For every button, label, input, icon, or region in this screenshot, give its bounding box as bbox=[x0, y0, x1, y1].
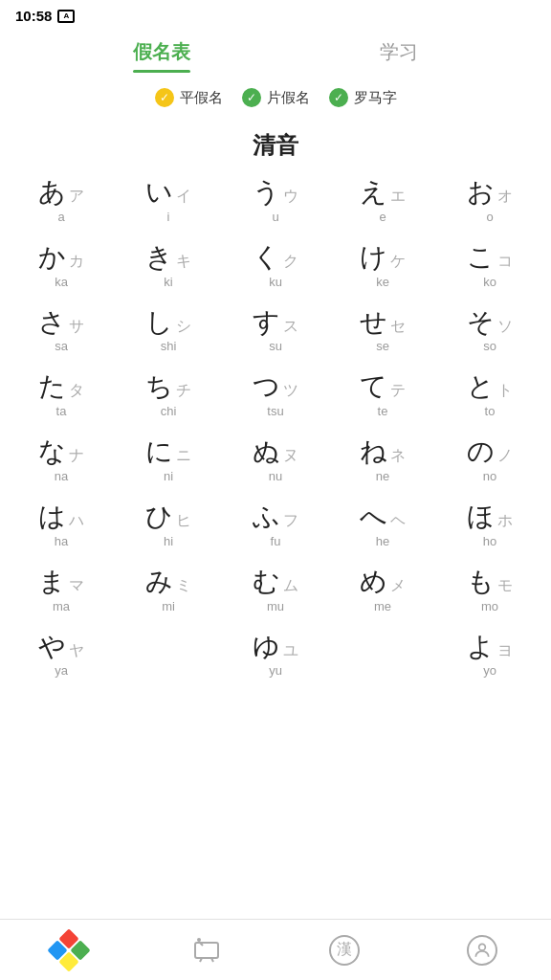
kana-hiragana: ぬ bbox=[253, 437, 280, 467]
check-hiragana-icon: ✓ bbox=[155, 88, 174, 107]
kana-cell[interactable]: お オ o bbox=[436, 168, 543, 234]
kana-cell[interactable]: の ノ no bbox=[436, 428, 543, 493]
kana-cell[interactable] bbox=[115, 623, 222, 688]
kana-cell[interactable]: に ニ ni bbox=[115, 428, 222, 493]
svg-rect-0 bbox=[195, 943, 218, 958]
kana-cell[interactable]: へ ヘ he bbox=[329, 493, 436, 558]
kana-katakana: コ bbox=[497, 254, 513, 269]
kana-cell[interactable]: ひ ヒ hi bbox=[115, 493, 222, 558]
kana-cell[interactable]: せ セ se bbox=[329, 299, 436, 364]
kana-cell[interactable]: は ハ ha bbox=[8, 493, 115, 558]
kana-romaji: yo bbox=[483, 663, 496, 678]
kana-romaji: e bbox=[379, 210, 386, 224]
kana-cell[interactable]: ほ ホ ho bbox=[436, 493, 543, 558]
kana-hiragana: の bbox=[467, 437, 495, 467]
filter-row: ✓ 平假名 ✓ 片假名 ✓ 罗马字 bbox=[0, 73, 551, 115]
kana-cell[interactable]: や ヤ ya bbox=[8, 623, 115, 688]
kana-romaji: ha bbox=[55, 534, 68, 548]
kana-cell[interactable]: よ ヨ yo bbox=[436, 623, 543, 688]
kana-cell[interactable]: ぬ ヌ nu bbox=[222, 428, 329, 493]
kana-main: そ ソ bbox=[467, 308, 513, 338]
kana-cell[interactable]: も モ mo bbox=[436, 558, 543, 623]
bottom-nav-home[interactable] bbox=[0, 935, 138, 966]
kana-main: む ム bbox=[253, 568, 298, 597]
kana-cell[interactable]: な ナ na bbox=[8, 428, 115, 493]
kana-romaji: ni bbox=[164, 469, 173, 483]
kana-cell[interactable]: ゆ ユ yu bbox=[222, 623, 329, 688]
kana-romaji: tsu bbox=[267, 404, 283, 418]
kana-cell[interactable]: さ サ sa bbox=[8, 299, 115, 364]
kana-hiragana: ち bbox=[145, 372, 173, 402]
kana-cell[interactable]: め メ me bbox=[329, 558, 436, 623]
kana-romaji: u bbox=[272, 210, 278, 224]
kana-cell[interactable]: て テ te bbox=[329, 363, 436, 428]
kana-romaji: ma bbox=[53, 599, 70, 613]
kana-main: や ヤ bbox=[38, 633, 84, 662]
kana-hiragana: つ bbox=[253, 372, 280, 402]
kana-cell[interactable]: う ウ u bbox=[222, 168, 329, 234]
kana-katakana: セ bbox=[390, 319, 406, 334]
kana-cell[interactable]: ふ フ fu bbox=[222, 493, 329, 558]
kana-main: ぬ ヌ bbox=[253, 437, 298, 467]
kana-main: も モ bbox=[467, 568, 513, 597]
kana-cell[interactable] bbox=[329, 623, 436, 688]
kana-cell[interactable]: む ム mu bbox=[222, 558, 329, 623]
nav-study[interactable]: 学习 bbox=[380, 39, 418, 73]
kana-main: た タ bbox=[38, 372, 84, 402]
kana-cell[interactable]: あ ア a bbox=[8, 168, 115, 234]
kana-romaji: me bbox=[374, 599, 391, 613]
kana-romaji: mu bbox=[267, 599, 284, 613]
filter-hiragana[interactable]: ✓ 平假名 bbox=[155, 88, 223, 107]
kana-romaji: shi bbox=[161, 339, 177, 353]
kana-cell[interactable]: く ク ku bbox=[222, 234, 329, 299]
kana-katakana: ネ bbox=[390, 448, 406, 463]
nav-kana-table[interactable]: 假名表 bbox=[133, 39, 190, 73]
kana-hiragana: な bbox=[38, 437, 66, 467]
kana-romaji: na bbox=[55, 469, 68, 483]
kana-cell[interactable]: そ ソ so bbox=[436, 299, 543, 364]
filter-katakana[interactable]: ✓ 片假名 bbox=[242, 88, 310, 107]
kana-main: い イ bbox=[145, 178, 191, 208]
kana-cell[interactable]: い イ i bbox=[115, 168, 222, 234]
kana-romaji: hi bbox=[164, 534, 173, 548]
kana-cell[interactable]: す ス su bbox=[222, 299, 329, 364]
kana-katakana: イ bbox=[176, 189, 191, 204]
kana-hiragana: き bbox=[145, 243, 173, 273]
bottom-nav-kanji[interactable]: 漢 bbox=[276, 935, 413, 966]
kana-romaji: ku bbox=[269, 275, 282, 289]
kana-cell[interactable]: た タ ta bbox=[8, 363, 115, 428]
kana-hiragana: も bbox=[467, 568, 495, 597]
status-icon: A bbox=[57, 10, 75, 23]
kana-hiragana: し bbox=[145, 308, 173, 338]
status-bar: 10:58 A bbox=[0, 0, 551, 32]
kana-cell[interactable]: ま マ ma bbox=[8, 558, 115, 623]
kana-cell[interactable]: け ケ ke bbox=[329, 234, 436, 299]
kana-katakana: ミ bbox=[176, 578, 191, 593]
kana-cell[interactable]: こ コ ko bbox=[436, 234, 543, 299]
kana-romaji: ka bbox=[55, 275, 68, 289]
kana-main: け ケ bbox=[360, 243, 406, 273]
kana-cell[interactable]: し シ shi bbox=[115, 299, 222, 364]
kana-romaji: ta bbox=[56, 404, 67, 418]
kana-cell[interactable]: え エ e bbox=[329, 168, 436, 234]
kana-romaji: so bbox=[483, 339, 496, 353]
kana-cell[interactable]: か カ ka bbox=[8, 234, 115, 299]
kana-cell[interactable]: き キ ki bbox=[115, 234, 222, 299]
kana-hiragana: か bbox=[38, 243, 66, 273]
kana-hiragana: け bbox=[360, 243, 387, 273]
kana-cell[interactable]: と ト to bbox=[436, 363, 543, 428]
kana-katakana: ソ bbox=[497, 319, 513, 334]
kana-katakana: オ bbox=[497, 189, 513, 204]
filter-romaji[interactable]: ✓ 罗马字 bbox=[329, 88, 397, 107]
kana-cell[interactable]: み ミ mi bbox=[115, 558, 222, 623]
kana-hiragana: こ bbox=[467, 243, 495, 273]
kana-cell[interactable]: ね ネ ne bbox=[329, 428, 436, 493]
kana-cell[interactable]: ち チ chi bbox=[115, 363, 222, 428]
kana-katakana: ユ bbox=[283, 643, 298, 658]
kana-cell[interactable]: つ ツ tsu bbox=[222, 363, 329, 428]
kana-romaji: ne bbox=[376, 469, 389, 483]
kana-main: は ハ bbox=[38, 502, 84, 532]
bottom-nav-tv[interactable] bbox=[138, 936, 276, 965]
kana-romaji: a bbox=[57, 210, 64, 224]
bottom-nav-profile[interactable] bbox=[413, 935, 551, 966]
